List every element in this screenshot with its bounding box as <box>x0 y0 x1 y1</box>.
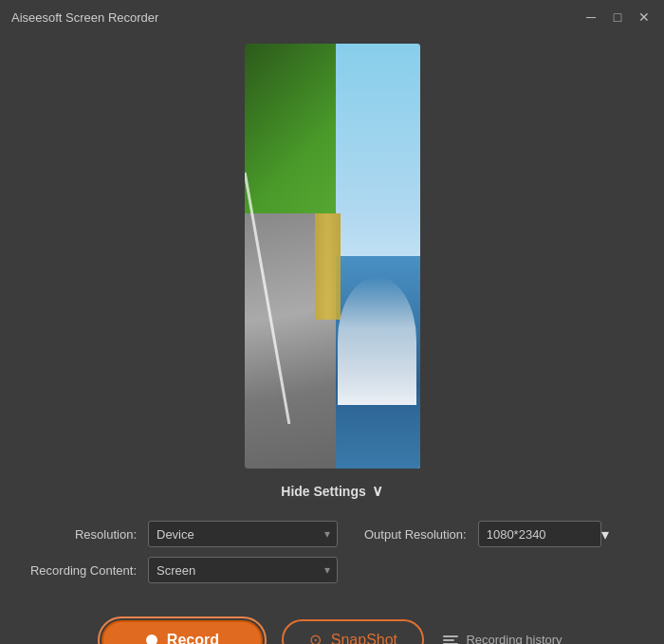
resolution-select-wrapper: Device Custom Full Screen ▾ <box>148 521 338 547</box>
recording-content-row: Recording Content: Screen Window Webcam … <box>23 557 641 583</box>
chevron-down-icon: ∨ <box>372 482 383 500</box>
recording-history-button[interactable]: Recording history <box>443 633 562 644</box>
preview-mountain <box>245 44 341 235</box>
camera-icon: ⊙ <box>309 631 322 644</box>
hide-settings-bar[interactable]: Hide Settings ∨ <box>0 474 664 513</box>
snapshot-label: SnapShot <box>331 632 397 645</box>
maximize-button[interactable]: □ <box>609 9 626 26</box>
list-icon <box>443 635 458 645</box>
output-resolution-label: Output Resolution: <box>364 527 467 542</box>
preview-clouds <box>338 277 416 404</box>
title-bar: Aiseesoft Screen Recorder ─ □ ✕ <box>0 0 664 34</box>
recording-content-label: Recording Content: <box>23 563 137 578</box>
output-resolution-select[interactable]: 1080*2340 1920*1080 1280*720 <box>478 521 601 547</box>
minimize-button[interactable]: ─ <box>582 9 599 26</box>
record-label: Record <box>167 632 219 645</box>
recording-history-label: Recording history <box>466 633 562 644</box>
output-resolution-chevron-icon: ▾ <box>601 525 609 543</box>
snapshot-button[interactable]: ⊙ SnapShot <box>282 619 424 644</box>
record-button[interactable]: Record <box>101 620 263 645</box>
close-button[interactable]: ✕ <box>636 9 653 26</box>
preview-guardrail <box>315 213 341 320</box>
recording-content-select[interactable]: Screen Window Webcam <box>148 557 338 583</box>
action-bar: Record ⊙ SnapShot Recording history <box>0 608 664 644</box>
record-dot-icon <box>146 635 157 645</box>
settings-panel: Resolution: Device Custom Full Screen ▾ … <box>0 513 664 604</box>
resolution-select[interactable]: Device Custom Full Screen <box>148 521 338 547</box>
window-controls: ─ □ ✕ <box>582 9 653 26</box>
resolution-label: Resolution: <box>23 527 137 542</box>
hide-settings-label: Hide Settings <box>281 484 365 499</box>
resolution-row: Resolution: Device Custom Full Screen ▾ … <box>23 521 641 547</box>
app-title: Aiseesoft Screen Recorder <box>11 10 158 25</box>
output-resolution-select-wrapper: 1080*2340 1920*1080 1280*720 ▾ <box>478 521 609 547</box>
screen-preview <box>245 44 420 469</box>
recording-content-select-wrapper: Screen Window Webcam ▾ <box>148 557 338 583</box>
preview-area <box>0 34 664 474</box>
